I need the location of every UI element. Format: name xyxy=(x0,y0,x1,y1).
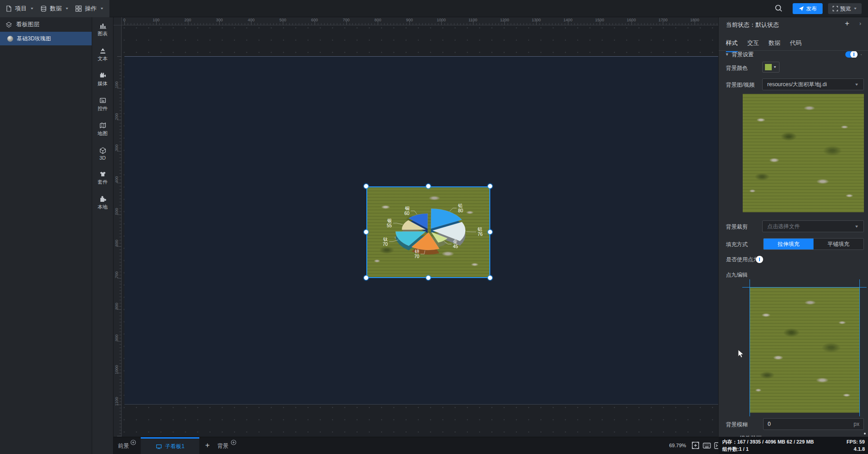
publish-button[interactable]: 发布 xyxy=(793,3,823,14)
pie-label-line xyxy=(450,208,457,211)
version-label: 4.1.8 xyxy=(854,445,865,453)
add-background-icon[interactable] xyxy=(231,439,237,445)
fill-mode-label: 填充方式 xyxy=(726,241,748,249)
h-ruler-label: 500 xyxy=(279,18,286,22)
bg-blur-input[interactable]: 0 px xyxy=(763,418,864,430)
preview-button[interactable]: 预览▼ xyxy=(828,3,862,14)
toolbox-item-1[interactable]: 文本 xyxy=(92,42,113,67)
tab-background[interactable]: 背景 xyxy=(217,442,228,450)
toolbox-item-4[interactable]: 地图 xyxy=(92,117,113,142)
toolbox-item-5[interactable]: 3D xyxy=(92,142,113,166)
h-ruler-label: 200 xyxy=(184,18,191,22)
editor-canvas[interactable]: 0100200300400500600700800900100011001200… xyxy=(113,17,718,454)
tab-subboard-1[interactable]: 子看板1 xyxy=(141,437,199,454)
chevron-down-icon: ▼ xyxy=(853,7,858,10)
bg-crop-select[interactable]: 点击选择文件 ▼ xyxy=(762,220,864,232)
h-ruler-label: 1400 xyxy=(563,18,572,22)
pie-label: 钛70 xyxy=(383,237,388,247)
selection-handle[interactable] xyxy=(364,184,369,189)
h-ruler-label: 700 xyxy=(343,18,350,22)
h-ruler-label: 1600 xyxy=(627,18,636,22)
local-icon xyxy=(99,195,107,202)
section-bg-settings-label: 背景设置 xyxy=(732,51,754,58)
toolbox-item-6[interactable]: 套件 xyxy=(92,166,113,190)
toolbox-item-3[interactable]: 控件 xyxy=(92,92,113,117)
h-ruler-label: 100 xyxy=(153,18,159,22)
nine-patch-editor-image[interactable] xyxy=(750,288,860,413)
h-ruler-label: 1300 xyxy=(532,18,541,22)
fps-stat: FPS: 59 xyxy=(847,438,865,445)
more-dots-icon[interactable]: · xyxy=(860,51,862,58)
tab-subboard-1-label: 子看板1 xyxy=(165,443,185,450)
add-state-button[interactable]: + xyxy=(845,19,849,28)
selection-handle[interactable] xyxy=(426,275,431,280)
search-icon[interactable] xyxy=(774,4,783,12)
tab-data[interactable]: 数据 xyxy=(769,39,780,51)
pie-label: 铅80 xyxy=(458,203,464,213)
inspector-tabs: 样式 交互 数据 代码 xyxy=(719,35,868,51)
layers-panel: 看板图层 基础3D玫瑰图 xyxy=(0,17,92,454)
fill-tile-option[interactable]: 平铺填充 xyxy=(814,239,863,249)
status-bar: 内存：167 / 3935 / 4096 MB 62 / 229 MB FPS:… xyxy=(719,437,868,454)
layer-item-rose-chart[interactable]: 基础3D玫瑰图 xyxy=(0,32,92,45)
tab-foreground[interactable]: 前景 xyxy=(118,442,129,450)
bg-settings-toggle[interactable] xyxy=(845,51,858,58)
keyboard-icon[interactable] xyxy=(702,441,711,450)
menu-actions[interactable]: 操作▼ xyxy=(70,0,109,17)
selection-handle[interactable] xyxy=(426,184,431,189)
h-ruler-label: 1700 xyxy=(658,18,667,22)
h-ruler-label: 600 xyxy=(311,18,318,22)
bg-image-label: 背景图/视频 xyxy=(726,81,755,89)
nine-patch-guide-top[interactable] xyxy=(742,287,867,288)
selection-handle[interactable] xyxy=(364,229,369,234)
v-ruler-label: 700 xyxy=(114,269,119,280)
kit-icon xyxy=(99,171,107,177)
tab-code[interactable]: 代码 xyxy=(790,39,802,51)
state-next-icon[interactable]: › xyxy=(859,20,861,27)
add-foreground-icon[interactable] xyxy=(130,439,136,445)
add-board-button[interactable]: + xyxy=(202,440,213,451)
bg-blur-value: 0 xyxy=(768,421,771,427)
component-thumb-icon xyxy=(7,36,13,42)
toolbox-item-7[interactable]: 本地 xyxy=(92,190,113,215)
h-ruler-label: 1800 xyxy=(690,18,699,22)
bg-image-select[interactable]: resources/大面积草地j.di ▼ xyxy=(762,78,864,90)
menu-data[interactable]: 数据▼ xyxy=(35,0,74,17)
bg-crop-placeholder: 点击选择文件 xyxy=(767,223,800,230)
menu-project[interactable]: 项目▼ xyxy=(0,0,39,17)
widget-icon xyxy=(99,97,107,104)
bg-crop-label: 背景裁剪 xyxy=(726,223,748,231)
selected-component-3d-rose-chart[interactable]: 铜60铅80铝76金45锌70钛70银55 xyxy=(366,186,490,278)
board-tabbar: 前景 子看板1 + 背景 69.79% xyxy=(113,437,718,454)
selection-handle[interactable] xyxy=(364,275,369,280)
swatch-dropdown-icon: ▼ xyxy=(773,65,777,68)
terminal-icon[interactable] xyxy=(714,441,718,450)
toolbox-item-0[interactable]: 图表 xyxy=(92,17,113,42)
bg-color-picker[interactable]: ▼ xyxy=(762,62,779,73)
v-ruler-label: 1100 xyxy=(114,396,119,407)
fill-stretch-option[interactable]: 拉伸填充 xyxy=(764,239,814,249)
v-ruler-label: 800 xyxy=(114,301,119,312)
toolbox-item-2[interactable]: 媒体 xyxy=(92,67,113,92)
grid-icon xyxy=(75,5,82,12)
h-ruler-label: 900 xyxy=(406,18,413,22)
fit-screen-icon[interactable] xyxy=(691,441,700,450)
bg-blur-unit: px xyxy=(853,421,859,427)
memory-stat: 内存：167 / 3935 / 4096 MB 62 / 229 MB xyxy=(722,438,814,445)
selection-handle[interactable] xyxy=(488,275,493,280)
scrollbar-thumb[interactable] xyxy=(864,433,866,434)
selection-handle[interactable] xyxy=(488,184,493,189)
bg-image-value: resources/大面积草地j.di xyxy=(767,81,827,88)
tab-interaction[interactable]: 交互 xyxy=(747,39,759,51)
v-ruler-label: 500 xyxy=(114,206,119,217)
paper-plane-icon xyxy=(799,6,804,11)
nine-patch-guide-left[interactable] xyxy=(750,279,750,416)
nine-patch-guide-right[interactable] xyxy=(859,279,860,416)
pie-label: 金45 xyxy=(453,239,459,249)
tab-style[interactable]: 样式 xyxy=(726,39,738,52)
h-ruler-label: 1100 xyxy=(469,18,477,22)
cube-icon xyxy=(99,147,107,154)
menu-actions-label: 操作 xyxy=(85,5,97,13)
selection-handle[interactable] xyxy=(488,229,493,234)
bg-color-swatch xyxy=(765,64,772,70)
